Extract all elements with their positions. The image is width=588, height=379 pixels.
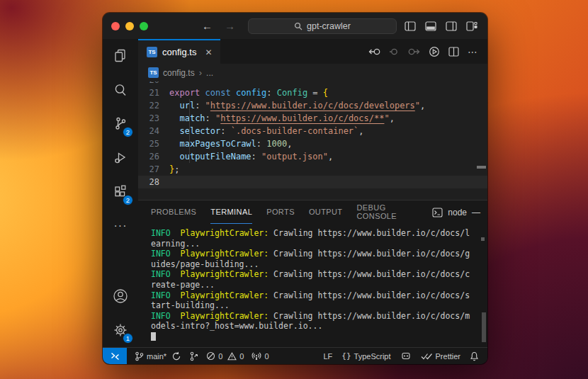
code-line[interactable]: 21export const config: Config = { [138,86,487,99]
sync-icon [171,351,181,361]
code-line[interactable]: 22 url: "https://www.builder.io/c/docs/d… [138,99,487,112]
tab-close-icon[interactable]: ✕ [205,47,212,57]
terminal-icon [432,208,443,217]
panel-tab-debug-console[interactable]: DEBUG CONSOLE [357,200,419,224]
more-views-icon: ··· [114,220,128,232]
command-center-search[interactable]: gpt-crawler [248,18,397,34]
code-line[interactable]: 28 [138,176,487,188]
terminal-scrollbar[interactable] [482,312,486,342]
formatter-label: Prettier [436,352,460,361]
line-number: 24 [138,125,169,137]
errors-icon [206,351,215,361]
panel-tab-bar: PROBLEMSTERMINALPORTSOUTPUTDEBUG CONSOLE… [138,200,487,224]
terminal-shell-selector[interactable]: node— [432,200,480,224]
typescript-file-icon: TS [147,47,157,57]
git-branch-icon [135,351,144,361]
panel-tab-terminal[interactable]: TERMINAL [210,200,252,224]
zoom-window-button[interactable] [140,22,148,30]
code-line[interactable]: 25 maxPagesToCrawl: 1000, [138,137,487,150]
desktop: { "colors": { "accent": "#0078d4", "traf… [0,0,588,379]
code-line[interactable]: 24 selector: `.docs-builder-container`, [138,125,487,137]
editor-scrollbar-mark[interactable] [477,166,486,169]
scm-badge: 2 [123,127,133,137]
navigate-forward-icon[interactable] [408,47,420,57]
language-mode[interactable]: {} TypeScript [341,351,390,361]
remote-indicator[interactable] [103,348,127,364]
sidebar-item-source-control[interactable]: 2 [103,107,138,141]
account-icon [111,287,130,305]
settings-button[interactable]: 1 [103,313,138,347]
code-text: match: "https://www.builder.io/c/docs/**… [169,112,395,125]
copilot-status[interactable] [400,351,412,361]
traffic-lights [111,22,148,30]
code-line[interactable]: 26 outputFileName: "output.json", [138,150,487,163]
eol-label: LF [323,352,332,361]
run-code-icon[interactable] [429,46,440,57]
eol-indicator[interactable]: LF [323,352,332,361]
bottom-panel: PROBLEMSTERMINALPORTSOUTPUTDEBUG CONSOLE… [138,200,487,347]
code-line[interactable]: 27}; [138,163,487,176]
activity-bar: 2 2 [103,39,138,347]
line-number: 20 [138,81,169,86]
line-number: 26 [138,150,169,163]
navigate-back-icon[interactable] [368,47,380,57]
toggle-secondary-sidebar-icon[interactable] [446,21,457,31]
minimize-window-button[interactable] [125,22,134,30]
radio-tower-icon [251,351,261,361]
navigate-previous-icon[interactable] [389,47,400,57]
sidebar-item-more[interactable]: ··· [103,209,138,243]
terminal-output[interactable]: INFO PlaywrightCrawler: Crawling https:/… [138,224,487,347]
more-actions-icon[interactable]: ⋯ [468,46,478,57]
ports-status[interactable]: 0 [251,351,268,361]
close-window-button[interactable] [111,22,120,30]
terminal-line: tart-building... [151,300,487,311]
history-forward-button[interactable]: → [225,20,235,32]
notifications-button[interactable] [470,351,479,361]
line-number: 22 [138,99,169,112]
split-editor-icon[interactable] [448,47,459,57]
tab-label: config.ts [162,47,196,57]
toggle-primary-sidebar-icon[interactable] [405,21,416,31]
search-icon [294,22,303,30]
terminal-line: uides/page-building... [151,259,487,270]
breadcrumb-more[interactable]: ... [206,68,213,78]
history-back-button[interactable]: ← [202,20,213,32]
line-number: 28 [138,176,169,188]
braces-icon: {} [341,351,351,361]
code-text: export const config: Config = { [169,86,328,99]
language-label: TypeScript [354,352,391,361]
terminal-line: INFO PlaywrightCrawler: Crawling https:/… [151,249,487,259]
sidebar-item-extensions[interactable]: 2 [103,175,138,209]
problems-status[interactable]: 0 0 [206,351,244,361]
formatter-status[interactable]: Prettier [421,352,460,361]
panel-tab-problems[interactable]: PROBLEMS [151,200,196,224]
sync-status[interactable] [171,351,181,361]
breadcrumb: TS config.ts › ... [138,64,487,81]
bell-icon [470,351,479,361]
panel-dash-icon: — [472,208,480,217]
code-line[interactable]: 23 match: "https://www.builder.io/c/docs… [138,112,487,125]
code-text: url: "https://www.builder.io/c/docs/deve… [169,99,425,112]
panel-tab-output[interactable]: OUTPUT [309,200,343,224]
breadcrumb-file[interactable]: config.ts [163,68,195,78]
code-editor[interactable]: 2021export const config: Config = {22 ur… [138,81,487,200]
customize-layout-icon[interactable] [466,21,477,31]
branch-status[interactable]: main* [135,351,166,361]
terminal-line: INFO PlaywrightCrawler: Crawling https:/… [151,228,487,239]
extensions-badge: 2 [123,195,133,205]
code-text: }; [169,163,179,176]
toggle-panel-icon[interactable] [425,21,436,31]
sidebar-item-run-debug[interactable] [103,141,138,175]
sidebar-item-explorer[interactable] [103,39,138,73]
terminal-line: odels-intro?_host=www.builder.io... [151,321,487,332]
tab-config-ts[interactable]: TS config.ts ✕ [138,39,220,64]
line-number: 21 [138,86,169,99]
sidebar-item-search[interactable] [103,73,138,107]
code-line[interactable]: 20 [138,81,487,86]
terminal-overview-mark [481,237,485,241]
terminal-line: earning... [151,239,487,249]
panel-tab-ports[interactable]: PORTS [266,200,295,224]
account-button[interactable] [103,279,138,313]
git-compare-status[interactable] [189,351,198,361]
editor-tab-strip: TS config.ts ✕ [138,39,487,64]
